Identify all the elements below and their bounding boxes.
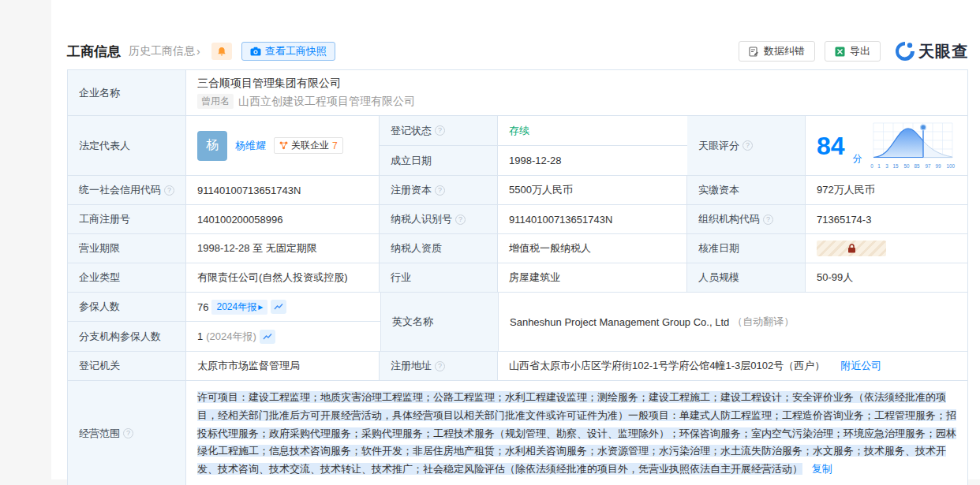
score-curve-svg [870, 122, 956, 160]
nearby-companies-link[interactable]: 附近公司 [840, 359, 881, 373]
status-date-stack: 登记状态 ? 存续 成立日期 1998-12-28 [380, 116, 687, 175]
business-term-label: 营业期限 [68, 234, 186, 263]
camera-icon [250, 47, 261, 56]
annual-report-tag[interactable]: 2024年报 ▸ [211, 300, 267, 315]
help-icon[interactable]: ? [742, 140, 753, 151]
taxpayer-id-label-cell: 纳税人识别号 ? [380, 205, 498, 233]
row-company-name: 企业名称 三合顺项目管理集团有限公司 曾用名 山西立创建设工程项目管理有限公司 [68, 70, 967, 116]
reg-capital-value: 5500万人民币 [498, 176, 687, 204]
credit-code-label: 统一社会信用代码 [79, 183, 161, 197]
tianyancha-logo[interactable]: 天眼查 [895, 41, 968, 62]
reg-authority-value: 太原市市场监督管理局 [186, 352, 380, 380]
business-info-table: 企业名称 三合顺项目管理集团有限公司 曾用名 山西立创建设工程项目管理有限公司 … [67, 69, 968, 485]
locked-value[interactable] [817, 241, 886, 256]
credit-code-label-cell: 统一社会信用代码 ? [68, 176, 186, 204]
industry-value: 房屋建筑业 [498, 263, 687, 292]
export-label: 导出 [850, 44, 870, 58]
history-info-link[interactable]: 历史工商信息 [129, 44, 195, 58]
score-label: 天眼评分 [698, 139, 739, 153]
help-icon[interactable]: ? [123, 428, 133, 438]
network-icon [279, 141, 288, 150]
reg-capital-label-cell: 注册资本 ? [380, 176, 498, 204]
monitor-bell-button[interactable] [211, 43, 232, 60]
bell-icon [217, 47, 226, 57]
help-icon[interactable]: ? [435, 185, 445, 196]
org-code-value: 71365174-3 [806, 205, 967, 233]
branch-insured-count: 1 [197, 330, 203, 342]
section-title: 工商信息 [67, 43, 121, 61]
related-companies-label: 关联企业 [291, 139, 329, 152]
legal-rep-name-link[interactable]: 杨维耀 [235, 139, 266, 153]
axis-tick: 97 [925, 163, 930, 168]
axis-tick: 1 [877, 163, 881, 168]
view-business-snapshot-button[interactable]: 查看工商快照 [241, 42, 335, 61]
score-distribution-chart[interactable]: 0 1 3 15 50 85 97 99 100 [870, 122, 956, 169]
tianyancha-logo-icon [895, 41, 915, 62]
branch-insured-value-cell: 1 (2024年报) [186, 322, 380, 351]
score-label-cell: 天眼评分 ? [687, 116, 806, 175]
axis-tick: 100 [946, 163, 955, 168]
staff-size-value: 50-99人 [806, 263, 967, 292]
company-name: 三合顺项目管理集团有限公司 [197, 76, 341, 91]
business-term-value: 1998-12-28 至 无固定期限 [186, 234, 380, 263]
help-icon[interactable]: ? [164, 185, 174, 196]
row-legal-rep: 法定代表人 杨 杨维耀 关联企业 7 [68, 116, 967, 176]
org-code-label: 组织机构代码 [698, 212, 760, 226]
help-icon[interactable]: ? [435, 125, 445, 136]
taxpayer-quality-label: 纳税人资质 [380, 234, 498, 263]
section-header: 工商信息 历史工商信息 › 查看工商快照 [67, 38, 968, 65]
former-name-tag: 曾用名 [197, 94, 234, 109]
reg-status-label-cell: 登记状态 ? [380, 116, 498, 145]
english-name-value-cell: Sanheshun Project Management Group Co., … [499, 293, 967, 351]
score-value-cell: 84 分 [806, 116, 967, 175]
help-icon[interactable]: ? [763, 215, 773, 225]
former-name-row: 曾用名 山西立创建设工程项目管理有限公司 [197, 94, 415, 109]
paid-capital-value: 972万人民币 [806, 176, 967, 204]
reg-number-value: 140100200058996 [186, 205, 380, 233]
axis-tick: 99 [936, 163, 941, 168]
row-branch-insured: 分支机构参保人数 1 (2024年报) [68, 322, 380, 351]
score-number: 84 [817, 133, 845, 159]
trend-chart-icon [263, 333, 272, 341]
insured-count: 76 [197, 301, 208, 313]
business-scope-label: 经营范围 [79, 427, 120, 441]
establish-date-label: 成立日期 [380, 146, 498, 175]
company-name-value-cell: 三合顺项目管理集团有限公司 曾用名 山西立创建设工程项目管理有限公司 [186, 70, 967, 115]
help-icon[interactable]: ? [455, 215, 466, 225]
insured-trend-button[interactable] [271, 300, 286, 314]
reg-number-label: 工商注册号 [68, 205, 186, 233]
axis-tick: 15 [893, 163, 899, 168]
approval-date-value-cell [806, 234, 967, 263]
row-credit-code: 统一社会信用代码 ? 91140100713651743N 注册资本 ? 550… [68, 176, 967, 205]
taxpayer-id-label: 纳税人识别号 [391, 212, 452, 226]
paid-capital-label: 实缴资本 [687, 176, 806, 204]
related-companies-count: 7 [332, 140, 338, 151]
data-correction-button[interactable]: 数据纠错 [739, 41, 815, 62]
data-correction-label: 数据纠错 [764, 44, 805, 58]
score-axis: 0 1 3 15 50 85 97 99 100 [870, 163, 956, 169]
insured-label: 参保人数 [68, 293, 186, 321]
axis-tick: 3 [885, 163, 888, 168]
help-icon[interactable]: ? [435, 361, 445, 371]
legal-rep-avatar[interactable]: 杨 [197, 131, 227, 161]
correction-icon [749, 47, 759, 57]
axis-tick: 0 [870, 163, 873, 168]
reg-address-label-cell: 注册地址 ? [380, 352, 498, 380]
branch-insured-trend-button[interactable] [260, 330, 275, 344]
export-button[interactable]: 导出 [825, 41, 881, 62]
english-name: Sanheshun Project Management Group Co., … [510, 316, 729, 328]
excel-export-icon [835, 47, 845, 57]
page: 工商信息 历史工商信息 › 查看工商快照 [0, 0, 980, 485]
staff-size-label: 人员规模 [687, 263, 806, 292]
row-insured: 参保人数 76 2024年报 ▸ [68, 293, 967, 352]
business-scope-text: 许可项目：建设工程监理；地质灾害治理工程监理；公路工程监理；水利工程建设监理；测… [197, 391, 956, 475]
related-companies-tag[interactable]: 关联企业 7 [274, 137, 343, 154]
row-reg-authority: 登记机关 太原市市场监督管理局 注册地址 ? 山西省太原市小店区学府街102-1… [68, 352, 967, 381]
credit-code-value: 91140100713651743N [186, 176, 380, 204]
industry-label: 行业 [380, 263, 498, 292]
caret-right-icon: ▸ [258, 301, 263, 312]
reg-address-label: 注册地址 [391, 359, 432, 373]
copy-scope-link[interactable]: 复制 [812, 463, 832, 475]
row-business-scope: 经营范围 ? 许可项目：建设工程监理；地质灾害治理工程监理；公路工程监理；水利工… [68, 381, 967, 485]
row-establish-date: 成立日期 1998-12-28 [380, 146, 687, 175]
